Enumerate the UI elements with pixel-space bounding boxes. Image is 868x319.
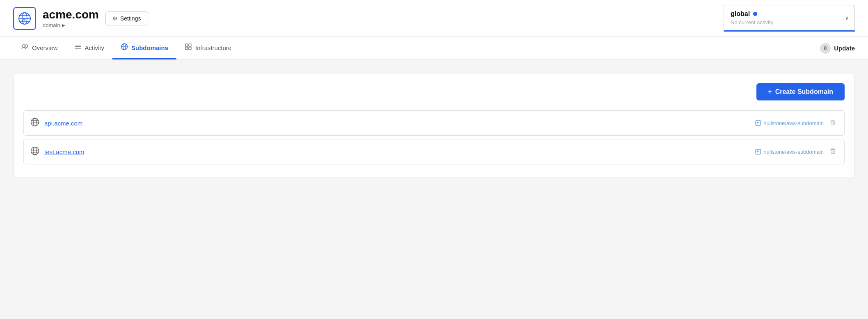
svg-rect-16 bbox=[185, 47, 188, 50]
svg-rect-24 bbox=[831, 120, 834, 121]
logo: G bbox=[13, 7, 36, 30]
create-subdomain-row: + Create Subdomain bbox=[23, 83, 845, 100]
main-content: + Create Subdomain bbox=[0, 60, 868, 224]
activity-widget-inner: global No current activity ∨ bbox=[724, 5, 854, 30]
subdomain-repo-name: nullstone/aws-subdomain bbox=[763, 120, 824, 126]
header: G acme.com domain ▶ ⚙ Settings global No… bbox=[0, 0, 868, 37]
subdomain-right: nullstone/aws-subdomain bbox=[754, 146, 838, 157]
svg-rect-8 bbox=[75, 45, 81, 46]
breadcrumb-arrow: ▶ bbox=[62, 23, 65, 27]
tab-activity-label: Activity bbox=[85, 44, 105, 51]
activity-subtitle: No current activity bbox=[731, 19, 832, 25]
svg-text:G: G bbox=[23, 18, 25, 21]
page-title: acme.com bbox=[43, 8, 99, 21]
subdomain-left: api.acme.com bbox=[30, 118, 82, 129]
plus-icon: + bbox=[768, 88, 772, 96]
svg-point-7 bbox=[25, 45, 27, 47]
tab-subdomains-label: Subdomains bbox=[131, 44, 168, 51]
activity-main: global No current activity bbox=[724, 5, 839, 30]
breadcrumb-label: domain bbox=[43, 22, 60, 28]
svg-rect-15 bbox=[189, 44, 191, 46]
subdomain-globe-icon bbox=[30, 146, 39, 157]
subdomain-repo-name: nullstone/aws-subdomain bbox=[763, 149, 824, 155]
subdomain-item: test.acme.com nullstone/aws-subdomain bbox=[23, 139, 845, 164]
nav-right: 0 Update bbox=[820, 43, 855, 54]
tab-infrastructure-label: Infrastructure bbox=[195, 44, 231, 51]
activity-title: global bbox=[731, 10, 750, 18]
subdomain-list: api.acme.com nullstone/aws-subdomain bbox=[23, 110, 845, 168]
activity-status-dot bbox=[753, 12, 757, 16]
settings-button[interactable]: ⚙ Settings bbox=[105, 11, 148, 25]
subdomain-item: api.acme.com nullstone/aws-subdomain bbox=[23, 110, 845, 136]
svg-rect-35 bbox=[831, 150, 834, 154]
svg-rect-10 bbox=[75, 48, 81, 49]
overview-icon bbox=[21, 43, 29, 52]
subdomain-name[interactable]: api.acme.com bbox=[44, 120, 82, 127]
subdomain-repo[interactable]: nullstone/aws-subdomain bbox=[754, 119, 824, 127]
svg-rect-34 bbox=[831, 148, 834, 149]
chevron-down-icon: ∨ bbox=[845, 15, 849, 21]
subdomain-right: nullstone/aws-subdomain bbox=[754, 117, 838, 129]
subdomain-repo[interactable]: nullstone/aws-subdomain bbox=[754, 148, 824, 156]
tab-overview-label: Overview bbox=[32, 44, 58, 51]
subdomain-delete-button[interactable] bbox=[828, 117, 838, 129]
settings-label: Settings bbox=[120, 15, 141, 22]
header-left: G acme.com domain ▶ ⚙ Settings bbox=[13, 7, 148, 30]
tab-infrastructure[interactable]: Infrastructure bbox=[176, 37, 240, 59]
title-block: acme.com domain ▶ bbox=[43, 8, 99, 28]
activity-title-row: global bbox=[731, 10, 832, 18]
activity-icon bbox=[74, 43, 82, 52]
gear-icon: ⚙ bbox=[112, 15, 118, 22]
tab-overview[interactable]: Overview bbox=[13, 37, 66, 59]
breadcrumb: domain ▶ bbox=[43, 22, 99, 28]
content-card: + Create Subdomain bbox=[13, 73, 855, 178]
tab-activity[interactable]: Activity bbox=[66, 37, 113, 59]
tab-subdomains[interactable]: Subdomains bbox=[112, 37, 176, 59]
nav: Overview Activity Subdomains Infrastruct… bbox=[0, 37, 868, 60]
svg-rect-17 bbox=[189, 47, 191, 50]
subdomain-left: test.acme.com bbox=[30, 146, 85, 157]
update-button[interactable]: Update bbox=[834, 45, 855, 52]
infrastructure-icon bbox=[185, 43, 192, 52]
subdomain-name[interactable]: test.acme.com bbox=[44, 148, 85, 155]
create-subdomain-label: Create Subdomain bbox=[775, 88, 833, 96]
subdomains-icon bbox=[121, 43, 128, 52]
svg-rect-25 bbox=[831, 121, 834, 125]
subdomain-delete-button[interactable] bbox=[828, 146, 838, 157]
update-count: 0 bbox=[824, 46, 827, 51]
update-count-badge: 0 bbox=[820, 43, 831, 54]
create-subdomain-button[interactable]: + Create Subdomain bbox=[756, 83, 845, 100]
subdomain-globe-icon bbox=[30, 118, 39, 129]
activity-widget[interactable]: global No current activity ∨ bbox=[724, 5, 855, 32]
repo-icon bbox=[754, 119, 761, 127]
svg-rect-14 bbox=[185, 44, 188, 46]
activity-chevron[interactable]: ∨ bbox=[839, 5, 854, 30]
nav-tabs: Overview Activity Subdomains Infrastruct… bbox=[13, 37, 240, 59]
svg-point-6 bbox=[23, 45, 25, 47]
svg-rect-9 bbox=[75, 46, 81, 47]
repo-icon bbox=[754, 148, 761, 156]
